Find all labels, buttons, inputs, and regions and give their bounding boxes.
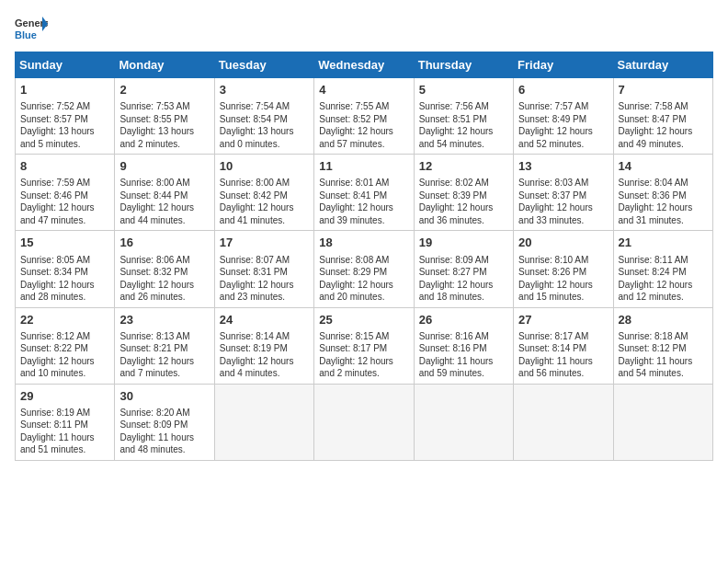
svg-text:Blue: Blue (15, 29, 37, 40)
day-number: 23 (119, 312, 209, 328)
day-info: Sunrise: 8:10 AMSunset: 8:26 PMDaylight:… (518, 254, 608, 304)
day-info: Sunrise: 8:00 AMSunset: 8:42 PMDaylight:… (220, 177, 309, 226)
calendar-cell: 8Sunrise: 7:59 AMSunset: 8:46 PMDaylight… (16, 155, 115, 231)
logo: General Blue (15, 15, 48, 40)
day-info: Sunrise: 8:03 AMSunset: 8:37 PMDaylight:… (518, 177, 608, 226)
day-info: Sunrise: 8:12 AMSunset: 8:22 PMDaylight:… (20, 330, 109, 380)
logo-icon: General Blue (15, 15, 48, 40)
day-info: Sunrise: 7:52 AMSunset: 8:57 PMDaylight:… (20, 100, 109, 150)
calendar-cell: 25Sunrise: 8:15 AMSunset: 8:17 PMDayligh… (314, 307, 414, 384)
day-number: 4 (319, 82, 408, 98)
calendar-cell: 19Sunrise: 8:09 AMSunset: 8:27 PMDayligh… (414, 231, 513, 307)
calendar-cell (514, 384, 613, 460)
day-info: Sunrise: 8:16 AMSunset: 8:16 PMDaylight:… (419, 330, 508, 380)
day-number: 16 (119, 235, 209, 251)
day-number: 8 (20, 158, 109, 175)
day-info: Sunrise: 8:02 AMSunset: 8:39 PMDaylight:… (419, 177, 508, 226)
calendar-cell: 4Sunrise: 7:55 AMSunset: 8:52 PMDaylight… (314, 78, 414, 155)
calendar-cell: 30Sunrise: 8:20 AMSunset: 8:09 PMDayligh… (115, 384, 214, 460)
calendar-cell: 12Sunrise: 8:02 AMSunset: 8:39 PMDayligh… (414, 155, 513, 231)
day-info: Sunrise: 8:11 AMSunset: 8:24 PMDaylight:… (619, 254, 708, 304)
day-info: Sunrise: 8:01 AMSunset: 8:41 PMDaylight:… (319, 177, 408, 226)
day-number: 12 (419, 158, 508, 175)
day-info: Sunrise: 8:06 AMSunset: 8:32 PMDaylight:… (119, 254, 209, 304)
calendar-cell: 15Sunrise: 8:05 AMSunset: 8:34 PMDayligh… (16, 231, 115, 307)
day-info: Sunrise: 8:13 AMSunset: 8:21 PMDaylight:… (119, 330, 209, 380)
day-number: 30 (119, 388, 209, 405)
day-info: Sunrise: 7:56 AMSunset: 8:51 PMDaylight:… (419, 100, 508, 150)
day-number: 24 (220, 312, 309, 328)
day-info: Sunrise: 8:19 AMSunset: 8:11 PMDaylight:… (20, 407, 109, 456)
day-number: 5 (419, 82, 508, 98)
day-number: 22 (20, 312, 109, 328)
day-number: 13 (518, 158, 608, 175)
day-number: 29 (20, 388, 109, 405)
day-info: Sunrise: 8:15 AMSunset: 8:17 PMDaylight:… (319, 330, 408, 380)
dow-header-monday: Monday (115, 52, 214, 78)
calendar-cell: 24Sunrise: 8:14 AMSunset: 8:19 PMDayligh… (214, 307, 313, 384)
day-number: 26 (419, 312, 508, 328)
dow-header-sunday: Sunday (16, 52, 115, 78)
day-number: 11 (319, 158, 408, 175)
day-number: 20 (518, 235, 608, 251)
calendar-cell (314, 384, 414, 460)
day-number: 14 (619, 158, 708, 175)
day-number: 17 (220, 235, 309, 251)
calendar-cell (613, 384, 712, 460)
day-number: 15 (20, 235, 109, 251)
day-info: Sunrise: 7:57 AMSunset: 8:49 PMDaylight:… (518, 100, 608, 150)
day-number: 18 (319, 235, 408, 251)
calendar-cell: 28Sunrise: 8:18 AMSunset: 8:12 PMDayligh… (613, 307, 712, 384)
calendar-cell: 10Sunrise: 8:00 AMSunset: 8:42 PMDayligh… (214, 155, 313, 231)
day-info: Sunrise: 7:54 AMSunset: 8:54 PMDaylight:… (220, 100, 309, 150)
day-info: Sunrise: 7:59 AMSunset: 8:46 PMDaylight:… (20, 177, 109, 226)
calendar-cell: 26Sunrise: 8:16 AMSunset: 8:16 PMDayligh… (414, 307, 513, 384)
day-number: 19 (419, 235, 508, 251)
calendar-cell: 29Sunrise: 8:19 AMSunset: 8:11 PMDayligh… (16, 384, 115, 460)
calendar-cell: 6Sunrise: 7:57 AMSunset: 8:49 PMDaylight… (514, 78, 613, 155)
day-info: Sunrise: 8:18 AMSunset: 8:12 PMDaylight:… (619, 330, 708, 380)
day-info: Sunrise: 7:53 AMSunset: 8:55 PMDaylight:… (119, 100, 209, 150)
calendar-cell: 1Sunrise: 7:52 AMSunset: 8:57 PMDaylight… (16, 78, 115, 155)
page-header: General Blue (15, 15, 713, 40)
day-number: 25 (319, 312, 408, 328)
calendar-cell: 20Sunrise: 8:10 AMSunset: 8:26 PMDayligh… (514, 231, 613, 307)
day-number: 27 (518, 312, 608, 328)
day-number: 7 (619, 82, 708, 98)
calendar-cell (414, 384, 513, 460)
day-number: 9 (119, 158, 209, 175)
calendar-cell: 17Sunrise: 8:07 AMSunset: 8:31 PMDayligh… (214, 231, 313, 307)
day-number: 2 (119, 82, 209, 98)
day-info: Sunrise: 8:05 AMSunset: 8:34 PMDaylight:… (20, 254, 109, 304)
day-number: 3 (220, 82, 309, 98)
day-info: Sunrise: 7:58 AMSunset: 8:47 PMDaylight:… (619, 100, 708, 150)
day-info: Sunrise: 8:17 AMSunset: 8:14 PMDaylight:… (518, 330, 608, 380)
day-info: Sunrise: 7:55 AMSunset: 8:52 PMDaylight:… (319, 100, 408, 150)
day-info: Sunrise: 8:07 AMSunset: 8:31 PMDaylight:… (220, 254, 309, 304)
day-info: Sunrise: 8:20 AMSunset: 8:09 PMDaylight:… (119, 407, 209, 456)
calendar-cell: 18Sunrise: 8:08 AMSunset: 8:29 PMDayligh… (314, 231, 414, 307)
day-number: 28 (619, 312, 708, 328)
calendar-cell: 11Sunrise: 8:01 AMSunset: 8:41 PMDayligh… (314, 155, 414, 231)
day-number: 21 (619, 235, 708, 251)
calendar-cell: 3Sunrise: 7:54 AMSunset: 8:54 PMDaylight… (214, 78, 313, 155)
calendar-cell: 27Sunrise: 8:17 AMSunset: 8:14 PMDayligh… (514, 307, 613, 384)
day-number: 6 (518, 82, 608, 98)
day-number: 1 (20, 82, 109, 98)
dow-header-tuesday: Tuesday (214, 52, 313, 78)
calendar-cell: 16Sunrise: 8:06 AMSunset: 8:32 PMDayligh… (115, 231, 214, 307)
day-number: 10 (220, 158, 309, 175)
day-info: Sunrise: 8:09 AMSunset: 8:27 PMDaylight:… (419, 254, 508, 304)
dow-header-friday: Friday (514, 52, 613, 78)
day-info: Sunrise: 8:04 AMSunset: 8:36 PMDaylight:… (619, 177, 708, 226)
dow-header-wednesday: Wednesday (314, 52, 414, 78)
calendar-cell (214, 384, 313, 460)
dow-header-saturday: Saturday (613, 52, 712, 78)
calendar-cell: 23Sunrise: 8:13 AMSunset: 8:21 PMDayligh… (115, 307, 214, 384)
calendar-cell: 14Sunrise: 8:04 AMSunset: 8:36 PMDayligh… (613, 155, 712, 231)
calendar-table: SundayMondayTuesdayWednesdayThursdayFrid… (15, 52, 713, 461)
day-info: Sunrise: 8:08 AMSunset: 8:29 PMDaylight:… (319, 254, 408, 304)
calendar-cell: 5Sunrise: 7:56 AMSunset: 8:51 PMDaylight… (414, 78, 513, 155)
calendar-cell: 13Sunrise: 8:03 AMSunset: 8:37 PMDayligh… (514, 155, 613, 231)
calendar-cell: 21Sunrise: 8:11 AMSunset: 8:24 PMDayligh… (613, 231, 712, 307)
